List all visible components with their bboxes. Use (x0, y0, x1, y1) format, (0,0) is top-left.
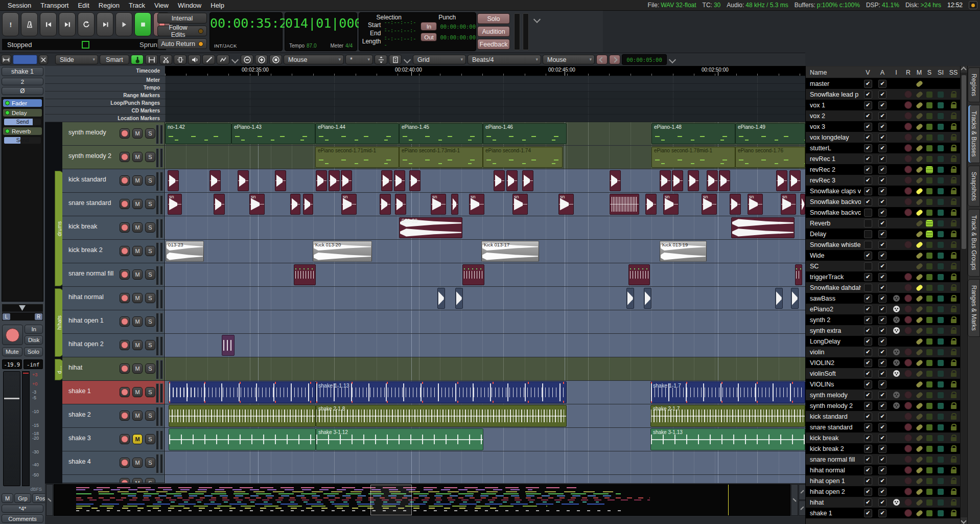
solo-button[interactable]: S (145, 128, 155, 139)
solo-isolate-column[interactable] (935, 253, 947, 259)
visible-toggle[interactable]: ✔ (861, 133, 875, 142)
rec-column[interactable] (902, 509, 914, 517)
visible-toggle[interactable] (861, 284, 875, 292)
rec-column[interactable] (902, 348, 914, 356)
mute-column[interactable] (914, 264, 924, 268)
route-row-triggertrack[interactable]: triggerTrack✔✔ (806, 271, 960, 282)
visible-toggle[interactable] (861, 262, 875, 270)
metering-button[interactable]: M (2, 493, 13, 503)
solo-safe-column[interactable] (947, 392, 960, 398)
solo-safe-column[interactable] (947, 456, 960, 463)
solo-safe-column[interactable] (947, 477, 960, 484)
visible-checkbox[interactable]: ✔ (864, 273, 872, 281)
record-arm-button[interactable] (120, 246, 130, 256)
stretch-tool-button[interactable] (174, 55, 186, 64)
menu-view[interactable]: View (150, 2, 173, 9)
record-arm-button[interactable] (120, 340, 130, 350)
edit-point-dropdown[interactable]: Mouse (543, 55, 595, 64)
column-header-v[interactable]: V (861, 69, 875, 76)
visible-checkbox[interactable]: ✔ (864, 455, 872, 464)
region-026-20[interactable]: 026-20 (399, 217, 462, 238)
visible-toggle[interactable]: ✔ (861, 252, 875, 260)
active-toggle[interactable]: ✔ (875, 155, 890, 163)
active-checkbox[interactable]: ✔ (878, 305, 886, 313)
input-monitor-button[interactable]: In (25, 325, 43, 334)
route-row-epiano2[interactable]: ePiano2✔✔ (806, 304, 960, 314)
rec-column[interactable] (902, 284, 914, 291)
column-header-i[interactable]: I (890, 69, 902, 76)
region[interactable] (238, 170, 249, 191)
solo-column[interactable] (924, 177, 935, 184)
active-toggle[interactable]: ✔ (875, 112, 890, 120)
panel-tab-snapshots[interactable]: Snapshots (968, 166, 980, 207)
rec-column[interactable] (902, 488, 914, 495)
polarity-button[interactable]: Ø (2, 87, 43, 95)
region[interactable] (214, 194, 225, 215)
active-checkbox[interactable]: ✔ (878, 370, 886, 378)
active-checkbox[interactable]: ✔ (878, 198, 886, 206)
visible-checkbox[interactable]: ✔ (864, 445, 872, 453)
visible-checkbox[interactable] (864, 241, 872, 249)
region[interactable] (688, 170, 699, 191)
solo-safe-column[interactable] (947, 241, 960, 248)
region[interactable] (795, 264, 802, 285)
mute-button[interactable]: M (132, 222, 143, 233)
input-column[interactable] (890, 327, 902, 334)
solo-isolate-column[interactable] (935, 424, 947, 430)
solo-isolate-column[interactable] (935, 220, 947, 226)
track-header-kick-break-2[interactable]: kick break 2MS (62, 240, 165, 263)
route-row-synth-2[interactable]: synth 2✔✔ (806, 314, 960, 325)
solo-column[interactable] (924, 349, 935, 355)
rec-column[interactable] (902, 166, 914, 173)
draw-tool-button[interactable] (202, 55, 215, 64)
mute-column[interactable] (914, 307, 924, 311)
solo-isolate-column[interactable] (935, 338, 947, 345)
solo-safe-column[interactable] (947, 349, 960, 355)
region[interactable] (209, 170, 221, 191)
rec-column[interactable] (902, 305, 914, 313)
visible-toggle[interactable]: ✔ (861, 337, 875, 346)
solo-isolate-column[interactable] (935, 392, 947, 398)
solo-column[interactable] (924, 210, 935, 216)
solo-isolate-column[interactable] (935, 457, 947, 463)
route-row-hihat-normal[interactable]: hihat normal✔✔ (806, 465, 960, 475)
send-fader-delay[interactable]: Send (4, 119, 41, 125)
route-row-synth-melody-2[interactable]: synth melody 2✔✔ (806, 400, 960, 411)
auto-return-button[interactable]: Auto Return (157, 38, 207, 49)
region-epiano-second-1-78mid-1[interactable]: ePiano second-1.78mid-1 (651, 147, 735, 168)
solo-safe-column[interactable] (947, 424, 960, 430)
region-sn[interactable]: sn (431, 194, 446, 215)
record-arm-button[interactable] (120, 458, 130, 468)
active-toggle[interactable]: ✔ (875, 466, 890, 474)
mute-column[interactable] (914, 479, 924, 483)
solo-safe-column[interactable] (947, 284, 960, 291)
solo-column[interactable] (924, 499, 935, 506)
group-button[interactable]: Grp (14, 493, 31, 503)
active-toggle[interactable]: ✔ (875, 445, 890, 453)
active-toggle[interactable]: ✔ (875, 176, 890, 185)
solo-column[interactable] (924, 392, 935, 398)
solo-safe-column[interactable] (947, 166, 960, 173)
solo-safe-column[interactable] (947, 327, 960, 334)
mute-column[interactable] (914, 415, 924, 419)
active-toggle[interactable]: ✔ (875, 90, 890, 99)
track-header-kick-break[interactable]: kick breakMS (62, 216, 165, 240)
ruler-lane-timecode[interactable]: 00:02:35:0000:02:40:0000:02:45:0000:02:5… (165, 66, 805, 76)
visible-checkbox[interactable]: ✔ (864, 498, 872, 507)
visible-toggle[interactable]: ✔ (861, 402, 875, 410)
route-row-kick-standard[interactable]: kick standard✔✔ (806, 411, 960, 422)
active-checkbox[interactable]: ✔ (878, 327, 886, 335)
visible-toggle[interactable]: ✔ (861, 273, 875, 281)
zoom-chevron[interactable] (404, 56, 411, 63)
active-toggle[interactable]: ✔ (875, 133, 890, 142)
mute-column[interactable] (914, 361, 924, 365)
solo-safe-column[interactable] (947, 488, 960, 495)
track-lane-hihat[interactable] (165, 357, 805, 381)
solo-safe-column[interactable] (947, 295, 960, 302)
ruler-label[interactable]: Range Markers (45, 92, 165, 99)
region[interactable] (791, 288, 799, 309)
solo-button[interactable]: Solo (477, 13, 510, 24)
ruler-lane-range-markers[interactable] (165, 92, 805, 99)
visible-toggle[interactable]: ✔ (861, 380, 875, 389)
mute-column[interactable] (914, 425, 924, 429)
